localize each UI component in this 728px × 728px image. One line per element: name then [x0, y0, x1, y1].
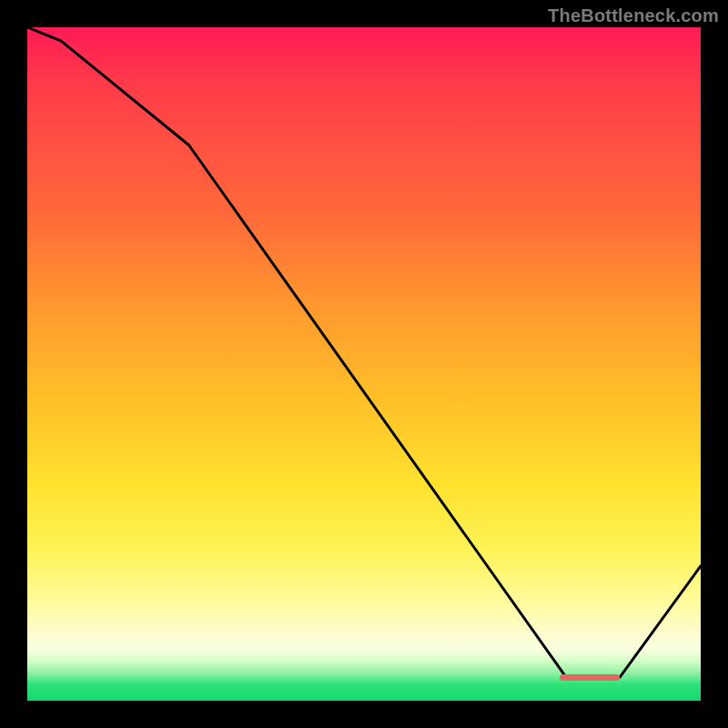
- optimal-range-marker: [560, 674, 621, 681]
- bottleneck-curve-line: [27, 27, 701, 701]
- plot-area: [27, 27, 701, 701]
- chart-stage: TheBottleneck.com: [0, 0, 728, 728]
- watermark-label: TheBottleneck.com: [548, 5, 719, 26]
